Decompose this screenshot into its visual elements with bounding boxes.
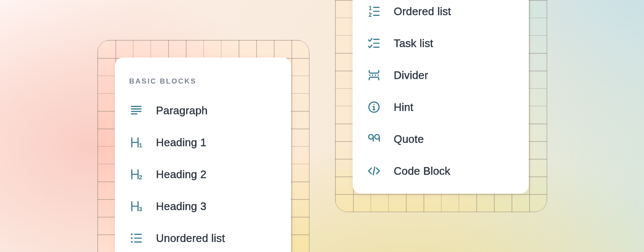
menu-item-label: Ordered list	[394, 5, 451, 18]
menu-item-label: Heading 3	[156, 200, 206, 213]
gradient-background: { "left_menu": { "section_header": "BASI…	[0, 0, 644, 252]
menu-item-quote[interactable]: Quote	[353, 123, 529, 155]
menu-item-heading-3[interactable]: 3 Heading 3	[115, 190, 291, 222]
unordered-list-icon	[129, 231, 143, 245]
quote-icon	[367, 132, 381, 146]
menu-item-label: Heading 2	[156, 168, 206, 181]
menu-item-label: Code Block	[394, 165, 450, 178]
ordered-list-icon: 1 2	[367, 4, 381, 18]
hint-icon	[367, 100, 381, 114]
code-block-icon	[367, 164, 381, 178]
menu-item-heading-1[interactable]: 1 Heading 1	[115, 126, 291, 158]
menu-item-label: Paragraph	[156, 104, 208, 117]
section-header: BASIC BLOCKS	[129, 77, 291, 86]
heading-2-icon: 2	[129, 167, 143, 181]
menu-item-list: Paragraph 1 Heading 1 2 Heading 2 3 Head…	[115, 94, 291, 252]
menu-item-list: 1 2 Ordered list Task list	[353, 0, 529, 187]
menu-item-paragraph[interactable]: Paragraph	[115, 94, 291, 126]
menu-item-label: Unordered list	[156, 232, 225, 245]
menu-item-task-list[interactable]: Task list	[353, 27, 529, 59]
svg-text:2: 2	[139, 174, 142, 181]
svg-text:3: 3	[139, 206, 142, 213]
menu-item-label: Quote	[394, 133, 424, 146]
menu-item-code-block[interactable]: Code Block	[353, 155, 529, 187]
menu-item-ordered-list[interactable]: 1 2 Ordered list	[353, 0, 529, 27]
menu-item-label: Divider	[394, 69, 428, 82]
menu-item-heading-2[interactable]: 2 Heading 2	[115, 158, 291, 190]
menu-item-divider[interactable]: Divider	[353, 59, 529, 91]
basic-blocks-menu: BASIC BLOCKS Paragraph 1 Heading 1 2 Hea…	[115, 58, 291, 252]
heading-1-icon: 1	[129, 135, 143, 150]
menu-item-unordered-list[interactable]: Unordered list	[115, 222, 291, 252]
more-blocks-menu: 1 2 Ordered list Task list	[353, 0, 529, 194]
heading-3-icon: 3	[129, 199, 143, 213]
divider-icon	[367, 68, 381, 82]
menu-item-label: Heading 1	[156, 136, 206, 149]
svg-text:1: 1	[369, 5, 372, 11]
menu-item-hint[interactable]: Hint	[353, 91, 529, 123]
paragraph-icon	[129, 103, 143, 118]
menu-item-label: Hint	[394, 101, 413, 114]
svg-text:1: 1	[139, 142, 142, 149]
menu-item-label: Task list	[394, 37, 433, 50]
task-list-icon	[367, 36, 381, 50]
svg-text:2: 2	[369, 11, 372, 18]
